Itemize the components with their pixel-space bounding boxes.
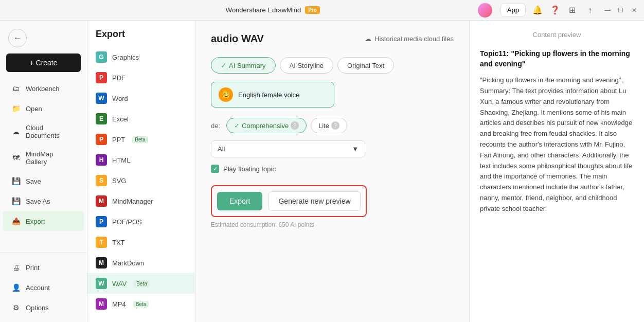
export-item-label: Excel xyxy=(112,115,129,123)
export-item-label: HTML xyxy=(112,156,130,164)
pro-badge: Pro xyxy=(305,6,320,14)
mode-lite[interactable]: Lite ? xyxy=(311,118,347,133)
export-item-pdf[interactable]: P PDF xyxy=(87,67,195,88)
create-button[interactable]: + Create xyxy=(6,53,81,72)
play-floating-label: Play floating topic xyxy=(223,165,276,173)
generate-preview-button[interactable]: Generate new preview xyxy=(269,191,360,211)
tab-label: Original Text xyxy=(347,62,384,69)
save-icon: 💾 xyxy=(11,176,21,186)
preview-body: "Picking up flowers in the morning and e… xyxy=(480,75,634,214)
excel-icon: E xyxy=(96,113,107,124)
export-item-label: Word xyxy=(112,95,128,102)
export-item-graphics[interactable]: G Graphics xyxy=(87,47,195,67)
sidebar-item-mindmap[interactable]: 🗺 MindMap Gallery xyxy=(3,145,84,171)
graphics-icon: G xyxy=(96,51,107,63)
options-icon: ⚙ xyxy=(11,303,21,312)
mode-label: Comprehensive xyxy=(242,122,289,130)
export-item-wav[interactable]: W WAV Beta xyxy=(87,273,195,294)
sidebar-item-label: Save As xyxy=(26,198,50,205)
mode-comprehensive[interactable]: ✓ Comprehensive ? xyxy=(226,118,307,133)
sidebar-item-export[interactable]: 📤 Export xyxy=(3,211,84,231)
export-item-pof[interactable]: P POF/POS xyxy=(87,211,195,232)
comprehensive-help-icon[interactable]: ? xyxy=(291,121,299,130)
export-item-label: POF/POS xyxy=(112,218,142,226)
tab-ai-summary[interactable]: ✓ AI Summary xyxy=(211,57,276,74)
play-floating-checkbox[interactable]: ✓ xyxy=(211,165,219,173)
minimize-button[interactable]: — xyxy=(604,7,611,14)
export-item-label: MarkDown xyxy=(112,259,144,267)
share-icon[interactable]: ↑ xyxy=(584,5,596,16)
sidebar-item-options[interactable]: ⚙ Options xyxy=(3,298,84,317)
sidebar-item-label: Cloud Documents xyxy=(26,124,76,139)
lite-help-icon[interactable]: ? xyxy=(331,121,339,130)
export-item-label: PPT xyxy=(112,136,125,144)
workbench-icon: 🗂 xyxy=(11,84,21,93)
dropdown-value: All xyxy=(218,145,225,153)
cloud-link[interactable]: ☁ Historical media cloud files xyxy=(365,35,454,43)
tab-label: AI Summary xyxy=(229,62,266,69)
dropdown-chevron-icon: ▼ xyxy=(352,145,359,153)
app-button[interactable]: App xyxy=(500,4,526,16)
sidebar-bottom: 🖨 Print 👤 Account ⚙ Options xyxy=(0,253,87,322)
saveas-icon: 💾 xyxy=(11,196,21,206)
sidebar-item-open[interactable]: 📁 Open xyxy=(3,99,84,118)
export-item-label: SVG xyxy=(112,177,126,185)
mode-row: de: ✓ Comprehensive ? Lite ? xyxy=(211,118,454,133)
export-item-mindmanager[interactable]: M MindManager xyxy=(87,191,195,211)
export-item-markdown[interactable]: M MarkDown xyxy=(87,253,195,273)
export-item-svg[interactable]: S SVG xyxy=(87,170,195,191)
export-nav-icon: 📤 xyxy=(11,217,21,226)
voice-selector[interactable]: 😊 English female voice xyxy=(211,82,334,108)
export-button[interactable]: Export xyxy=(217,192,262,210)
tab-ai-storyline[interactable]: AI Storyline xyxy=(280,57,333,74)
export-item-excel[interactable]: E Excel xyxy=(87,109,195,129)
export-item-mp4[interactable]: M MP4 Beta xyxy=(87,294,195,314)
titlebar-toolbar: App 🔔 ❓ ⊞ ↑ xyxy=(500,4,596,16)
maximize-button[interactable]: ☐ xyxy=(617,7,624,14)
sidebar-item-label: MindMap Gallery xyxy=(26,150,76,166)
pdf-icon: P xyxy=(96,72,107,83)
user-avatar[interactable] xyxy=(478,3,492,17)
all-dropdown[interactable]: All ▼ xyxy=(211,140,365,157)
back-button[interactable]: ← xyxy=(8,29,27,47)
tab-original-text[interactable]: Original Text xyxy=(337,57,394,74)
sidebar-item-account[interactable]: 👤 Account xyxy=(3,278,84,297)
voice-avatar: 😊 xyxy=(219,87,233,102)
titlebar: Wondershare EdrawMind Pro App 🔔 ❓ ⊞ ↑ — … xyxy=(0,0,644,21)
sidebar-item-print[interactable]: 🖨 Print xyxy=(3,258,84,277)
wav-icon: W xyxy=(96,278,107,289)
mode-label-text: de: xyxy=(211,122,220,130)
export-item-label: MP4 xyxy=(112,300,126,308)
sidebar-item-workbench[interactable]: 🗂 Workbench xyxy=(3,79,84,98)
word-icon: W xyxy=(96,93,107,104)
sidebar-item-save[interactable]: 💾 Save xyxy=(3,171,84,191)
export-item-html[interactable]: H HTML xyxy=(87,150,195,170)
window-controls: — ☐ ✕ xyxy=(604,7,638,14)
sidebar-item-saveas[interactable]: 💾 Save As xyxy=(3,191,84,211)
export-item-word[interactable]: W Word xyxy=(87,88,195,109)
preview-title: Content preview xyxy=(480,31,634,39)
ppt-beta-badge: Beta xyxy=(132,136,148,143)
ppt-icon: P xyxy=(96,134,107,145)
titlebar-center: Wondershare EdrawMind Pro xyxy=(226,6,320,14)
sidebar-item-label: Export xyxy=(26,218,45,225)
bell-icon[interactable]: 🔔 xyxy=(532,5,543,16)
mode-check-icon: ✓ xyxy=(234,122,240,130)
cloud-icon: ☁ xyxy=(11,127,21,136)
txt-icon: T xyxy=(96,237,107,248)
print-icon: 🖨 xyxy=(11,263,21,272)
consumption-note: Estimated consumption: 650 AI points xyxy=(211,221,454,228)
export-item-ppt[interactable]: P PPT Beta xyxy=(87,129,195,150)
grid-icon[interactable]: ⊞ xyxy=(567,5,578,16)
app-name: Wondershare EdrawMind xyxy=(226,6,301,14)
close-button[interactable]: ✕ xyxy=(631,7,638,14)
cloud-link-icon: ☁ xyxy=(365,35,371,43)
wav-beta-badge: Beta xyxy=(134,280,150,287)
html-icon: H xyxy=(96,154,107,166)
account-icon: 👤 xyxy=(11,283,21,292)
cloud-link-label: Historical media cloud files xyxy=(374,35,454,43)
help-icon[interactable]: ❓ xyxy=(549,5,561,16)
export-item-txt[interactable]: T TXT xyxy=(87,232,195,253)
sidebar-item-cloud[interactable]: ☁ Cloud Documents xyxy=(3,119,84,145)
wav-section: audio WAV ☁ Historical media cloud files… xyxy=(195,21,469,322)
